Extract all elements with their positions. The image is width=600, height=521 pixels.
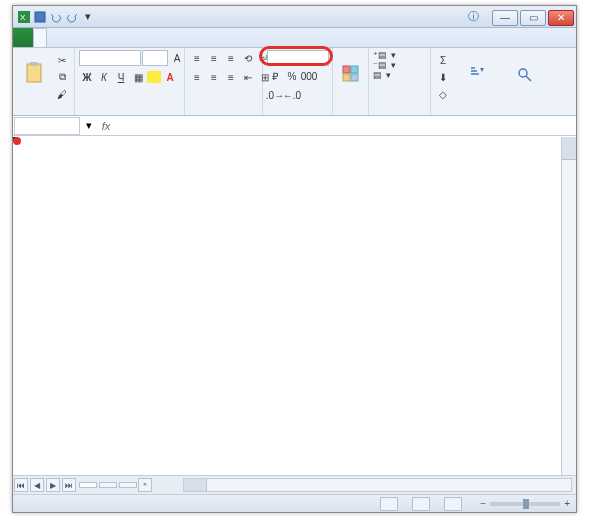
align-bot-icon[interactable]: ≡	[223, 50, 239, 66]
highlight-data-range	[13, 137, 21, 145]
font-name-select[interactable]	[79, 50, 141, 66]
view-break-button[interactable]	[444, 497, 462, 511]
sheet-nav-prev[interactable]: ◀	[30, 478, 44, 492]
group-editing: Σ ⬇ ◇	[431, 48, 559, 115]
orientation-icon[interactable]: ⟲	[240, 50, 256, 66]
redo-icon[interactable]	[65, 10, 79, 24]
title-bar: X ▾ ⓘ — ▭ ✕	[13, 6, 576, 28]
inc-decimal-icon[interactable]: .0→	[267, 87, 283, 103]
save-icon[interactable]	[33, 10, 47, 24]
fill-color-icon[interactable]	[147, 71, 161, 83]
group-font: A Ж К Ч ▦ A	[75, 48, 185, 115]
sheet-tab-bar: ⏮ ◀ ▶ ⏭ ＊	[13, 475, 576, 494]
autosum-icon[interactable]: Σ	[435, 52, 451, 68]
sheet-tab-2[interactable]	[99, 482, 117, 488]
sheet-tab-3[interactable]	[119, 482, 137, 488]
number-group-label	[267, 104, 328, 114]
border-icon[interactable]: ▦	[130, 69, 146, 85]
copy-icon[interactable]: ⧉	[54, 69, 70, 85]
find-select-button[interactable]	[503, 50, 547, 100]
underline-icon[interactable]: Ч	[113, 69, 129, 85]
selection-border	[13, 137, 17, 141]
grow-font-icon[interactable]: A	[169, 50, 185, 66]
cells-group-label	[373, 103, 426, 114]
minimize-button[interactable]: —	[492, 10, 518, 26]
group-alignment: ≡ ≡ ≡ ⟲ ⏎ ≡ ≡ ≡ ⇤ ⊞	[185, 48, 263, 115]
align-right-icon[interactable]: ≡	[223, 69, 239, 85]
fx-icon[interactable]: fx	[97, 120, 115, 132]
group-cells: ⁺▤ ▾ ⁻▤ ▾ ▤ ▾	[369, 48, 431, 115]
align-left-icon[interactable]: ≡	[189, 69, 205, 85]
tab-view[interactable]	[107, 28, 119, 47]
svg-rect-8	[351, 74, 358, 81]
new-sheet-button[interactable]: ＊	[138, 478, 152, 492]
view-normal-button[interactable]	[380, 497, 398, 511]
align-center-icon[interactable]: ≡	[206, 69, 222, 85]
formula-bar: ▾ fx	[13, 116, 576, 136]
zoom-control[interactable]: −+	[476, 498, 570, 509]
sheet-tab-1[interactable]	[79, 482, 97, 488]
styles-button[interactable]	[337, 50, 364, 100]
insert-cells-button[interactable]: ⁺▤ ▾	[373, 50, 396, 60]
close-button[interactable]: ✕	[548, 10, 574, 26]
bold-icon[interactable]: Ж	[79, 69, 95, 85]
ribbon: ✂ ⧉ 🖌 A Ж К Ч ▦ A	[13, 48, 576, 116]
tab-formulas[interactable]	[71, 28, 83, 47]
editing-group-label	[435, 103, 555, 114]
tab-review[interactable]	[95, 28, 107, 47]
indent-dec-icon[interactable]: ⇤	[240, 69, 256, 85]
align-mid-icon[interactable]: ≡	[206, 50, 222, 66]
horizontal-scrollbar[interactable]	[183, 478, 572, 492]
tab-addins[interactable]	[131, 28, 143, 47]
delete-cells-button[interactable]: ⁻▤ ▾	[373, 60, 396, 70]
svg-rect-4	[30, 62, 38, 66]
view-layout-button[interactable]	[412, 497, 430, 511]
font-size-select[interactable]	[142, 50, 168, 66]
excel-icon: X	[17, 10, 31, 24]
sheet-nav-last[interactable]: ⏭	[62, 478, 76, 492]
svg-rect-7	[343, 74, 350, 81]
font-group-label	[79, 103, 180, 114]
currency-icon[interactable]: ₽	[267, 68, 283, 84]
tab-layout[interactable]	[59, 28, 71, 47]
file-tab[interactable]	[13, 28, 33, 47]
align-top-icon[interactable]: ≡	[189, 50, 205, 66]
format-painter-icon[interactable]: 🖌	[54, 86, 70, 102]
tab-foxit[interactable]	[143, 28, 155, 47]
status-bar: −+	[13, 494, 576, 512]
worksheet-grid[interactable]	[13, 137, 576, 475]
maximize-button[interactable]: ▭	[520, 10, 546, 26]
cut-icon[interactable]: ✂	[54, 52, 70, 68]
svg-point-9	[519, 69, 527, 77]
number-format-select[interactable]	[267, 50, 329, 66]
clear-icon[interactable]: ◇	[435, 86, 451, 102]
vertical-scrollbar[interactable]	[561, 137, 576, 475]
zoom-slider[interactable]	[490, 502, 560, 506]
format-cells-button[interactable]: ▤ ▾	[373, 70, 391, 80]
tab-insert[interactable]	[47, 28, 59, 47]
tab-home[interactable]	[33, 28, 47, 47]
comma-icon[interactable]: 000	[301, 68, 317, 84]
italic-icon[interactable]: К	[96, 69, 112, 85]
sheet-nav-first[interactable]: ⏮	[14, 478, 28, 492]
clipboard-group-label	[17, 103, 70, 114]
tab-abbyy[interactable]	[155, 28, 167, 47]
font-color-icon[interactable]: A	[162, 69, 178, 85]
qat-dropdown-icon[interactable]: ▾	[81, 10, 95, 24]
sort-filter-button[interactable]	[453, 50, 501, 100]
svg-rect-6	[351, 66, 358, 73]
svg-rect-3	[27, 64, 41, 82]
tab-data[interactable]	[83, 28, 95, 47]
fill-icon[interactable]: ⬇	[435, 69, 451, 85]
percent-icon[interactable]: %	[284, 68, 300, 84]
namebox-dropdown-icon[interactable]: ▾	[81, 118, 97, 134]
paste-button[interactable]	[17, 50, 52, 100]
svg-rect-5	[343, 66, 350, 73]
tab-developer[interactable]	[119, 28, 131, 47]
ribbon-tabs	[13, 28, 576, 48]
dec-decimal-icon[interactable]: ←.0	[284, 87, 300, 103]
name-box[interactable]	[14, 117, 80, 135]
help-icon[interactable]: ⓘ	[468, 9, 486, 24]
undo-icon[interactable]	[49, 10, 63, 24]
sheet-nav-next[interactable]: ▶	[46, 478, 60, 492]
